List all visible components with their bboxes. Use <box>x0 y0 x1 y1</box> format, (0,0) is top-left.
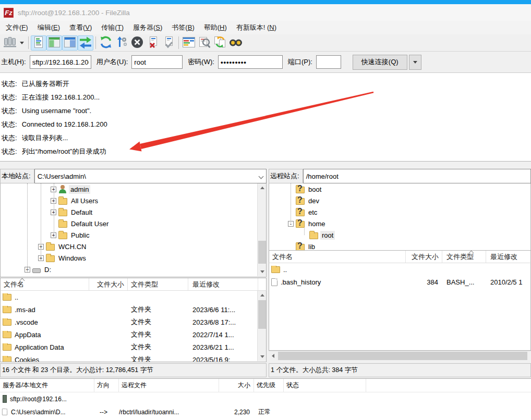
list-item[interactable]: .vscode文件夹2023/6/8 17:... <box>1 316 266 328</box>
toggle-remote-tree-button[interactable] <box>62 35 78 51</box>
list-item[interactable]: .. <box>269 263 530 276</box>
tree-guide-line <box>41 183 41 260</box>
column-header-filesize[interactable]: 文件大小 <box>89 278 128 290</box>
remote-tree-item-etc[interactable]: etc <box>269 206 530 218</box>
local-file-list: .. .ms-ad文件夹2023/6/6 11:... .vscode文件夹20… <box>0 291 267 362</box>
scroll-up-arrow[interactable] <box>258 183 267 192</box>
remote-site-combobox[interactable]: /home/root <box>303 169 531 183</box>
queue-transfer-row[interactable]: C:\Users\admin\D... -->/rbctrl/luadir/tu… <box>0 405 531 418</box>
queue-server-row[interactable]: sftp://root@192.16... <box>0 392 531 405</box>
username-input[interactable] <box>131 55 183 69</box>
column-header-server-local-file[interactable]: 服务器/本地文件 <box>0 379 94 392</box>
scroll-thumb[interactable] <box>278 352 527 360</box>
tree-guide-line <box>27 183 28 272</box>
chevron-down-icon <box>413 61 417 64</box>
list-item[interactable]: .ms-ad文件夹2023/6/6 11:... <box>1 303 266 316</box>
process-queue-button[interactable] <box>114 35 129 51</box>
tree-guide-line <box>291 183 291 224</box>
remote-tree-item-dev[interactable]: dev <box>269 195 530 206</box>
menu-edit[interactable]: 编辑(E) <box>33 21 65 34</box>
folder-icon <box>46 244 55 251</box>
file-icon <box>271 278 277 286</box>
local-list-scrollbar[interactable] <box>257 291 266 361</box>
column-header-filename[interactable]: 文件名 <box>269 251 406 263</box>
menu-transfer[interactable]: 传输(T) <box>96 21 128 34</box>
quickconnect-dropdown-button[interactable] <box>409 55 421 70</box>
column-header-size[interactable]: 大小 <box>219 379 254 392</box>
column-header-filetype[interactable]: 文件类型 <box>442 251 486 263</box>
scroll-thumb[interactable] <box>258 300 266 329</box>
column-header-direction[interactable]: 方向 <box>94 379 119 392</box>
toggle-transfer-queue-button[interactable] <box>78 35 93 51</box>
menu-bookmarks[interactable]: 书签(B) <box>167 21 199 34</box>
folder-icon <box>3 331 11 338</box>
list-item[interactable]: Application Data文件夹2023/6/21 1... <box>1 341 266 353</box>
remote-tree-item-root[interactable]: root <box>269 229 530 241</box>
remote-tree-item-home[interactable]: -home <box>269 218 530 229</box>
find-files-button[interactable] <box>212 35 228 51</box>
password-input[interactable] <box>218 55 283 69</box>
local-tree-item-d-drive[interactable]: +D: <box>1 264 266 275</box>
local-site-combobox[interactable]: C:\Users\admin\ <box>34 169 267 183</box>
log-line: 状态:Connected to 192.168.1.200 <box>2 118 531 131</box>
column-header-filename[interactable]: 文件名 <box>1 278 89 290</box>
folder-icon <box>58 198 67 205</box>
menu-file[interactable]: 文件(F) <box>1 21 33 34</box>
reconnect-button[interactable] <box>161 35 176 51</box>
scroll-thumb[interactable] <box>258 241 266 264</box>
site-manager-button[interactable] <box>2 35 18 51</box>
remote-list-header: 文件名 文件大小 文件类型 最近修改 <box>269 250 531 263</box>
column-header-modified[interactable]: 最近修改 <box>486 251 530 263</box>
scroll-down-arrow[interactable] <box>258 267 267 276</box>
site-manager-dropdown-button[interactable] <box>18 35 26 51</box>
synchronized-browsing-button[interactable] <box>197 35 212 51</box>
list-item[interactable]: .. <box>1 291 266 303</box>
synchronized-browsing-icon <box>197 35 212 51</box>
menu-server[interactable]: 服务器(S) <box>128 21 167 34</box>
column-header-priority[interactable]: 优先级 <box>254 379 284 392</box>
disconnect-icon <box>146 35 160 51</box>
column-header-status[interactable]: 状态 <box>284 379 366 392</box>
list-item[interactable]: Cookies文件夹2023/5/16 9: <box>1 353 266 362</box>
quickconnect-button[interactable]: 快速连接(Q) <box>353 55 407 70</box>
scroll-up-arrow[interactable] <box>258 291 267 300</box>
folder-icon <box>3 344 11 351</box>
user-icon <box>58 185 67 193</box>
list-item[interactable]: .bash_history384BASH_...2010/2/5 1 <box>269 276 530 288</box>
port-input[interactable] <box>316 55 341 69</box>
scroll-down-arrow[interactable] <box>258 352 267 361</box>
menu-view[interactable]: 查看(V) <box>65 21 96 34</box>
filter-button[interactable] <box>228 35 244 51</box>
disconnect-button[interactable] <box>145 35 161 51</box>
column-header-remote-file[interactable]: 远程文件 <box>119 379 219 392</box>
remote-tree-item-boot[interactable]: boot <box>269 183 530 195</box>
list-item[interactable]: AppData文件夹2022/7/14 1... <box>1 328 266 341</box>
local-site-label: 本地站点: <box>0 169 34 183</box>
folder-icon <box>3 306 11 313</box>
column-header-filesize[interactable]: 文件大小 <box>406 251 442 263</box>
quickconnect-bar: 主机(H): 用户名(U): 密码(W): 端口(P): 快速连接(Q) <box>0 52 531 73</box>
menu-new-version[interactable]: 有新版本! (N) <box>232 21 281 34</box>
log-line: 状态:Using username "root". <box>2 104 531 118</box>
cancel-button[interactable] <box>129 35 145 51</box>
folder-icon <box>58 221 67 228</box>
host-input[interactable] <box>30 55 91 69</box>
scroll-left-arrow[interactable] <box>269 351 277 360</box>
remote-site-bar: 远程站点: /home/root <box>269 169 531 183</box>
chevron-down-icon <box>259 174 264 179</box>
menu-help[interactable]: 帮助(H) <box>199 21 232 34</box>
column-header-filetype[interactable]: 文件类型 <box>128 278 188 290</box>
host-label: 主机(H): <box>1 57 26 67</box>
toggle-local-tree-button[interactable] <box>46 35 62 51</box>
directory-comparison-icon <box>182 35 196 51</box>
local-tree-scrollbar[interactable] <box>257 183 266 276</box>
directory-comparison-button[interactable] <box>181 35 197 51</box>
local-tree-icon <box>47 35 61 51</box>
remote-horizontal-scrollbar[interactable] <box>269 351 531 360</box>
column-header-modified[interactable]: 最近修改 <box>188 278 258 290</box>
toggle-log-view-button[interactable] <box>31 35 46 51</box>
queue-header: 服务器/本地文件 方向 远程文件 大小 优先级 状态 <box>0 379 531 392</box>
refresh-button[interactable] <box>98 35 114 51</box>
folder-icon <box>3 319 11 326</box>
log-view-icon <box>32 35 45 51</box>
